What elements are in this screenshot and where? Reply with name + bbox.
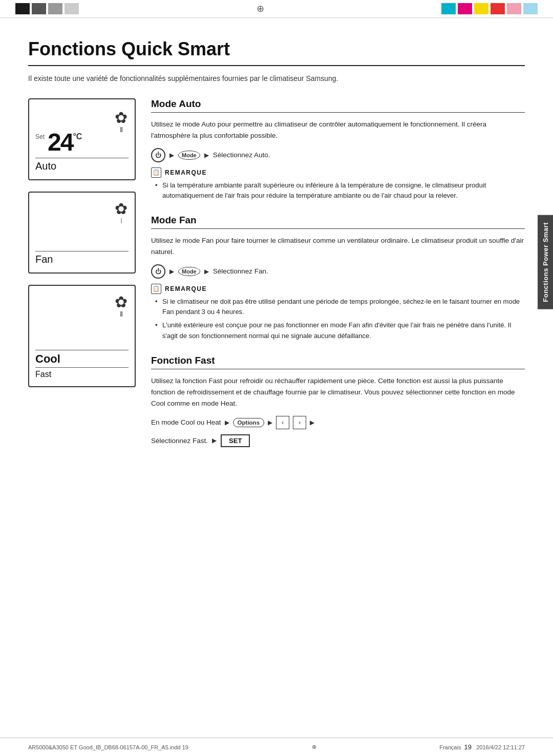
title-divider — [28, 65, 525, 66]
fan-note-icon: 📋 — [151, 284, 161, 294]
fast-chevron-left-btn[interactable]: ‹ — [276, 416, 289, 429]
fan-note-header: 📋 REMARQUE — [151, 284, 525, 294]
section-fast-title: Fonction Fast — [151, 355, 525, 369]
fast-label: Fast — [35, 367, 129, 379]
fast-chevron-right-btn[interactable]: › — [293, 416, 306, 429]
swatch-red — [491, 3, 505, 14]
auto-select-text: Sélectionnez Auto. — [213, 151, 270, 159]
fan-note-box: 📋 REMARQUE Si le climatiseur ne doit pas… — [151, 284, 525, 342]
auto-note-title: REMARQUE — [165, 169, 207, 176]
section-auto-text: Utilisez le mode Auto pour permettre au … — [151, 119, 525, 142]
auto-fan-icon: ✿ — [115, 109, 127, 127]
fast-arrow4: ▶ — [212, 437, 217, 444]
fan-arrow1: ▶ — [169, 268, 174, 275]
auto-note-icon: 📋 — [151, 167, 161, 178]
swatch-black — [15, 3, 30, 14]
fast-options-btn[interactable]: Options — [233, 418, 264, 427]
auto-instruction-row: ⏻ ▶ Mode ▶ Sélectionnez Auto. — [151, 148, 525, 162]
auto-mode-label: Auto — [35, 158, 129, 172]
page-subtitle: Il existe toute une variété de fonctionn… — [28, 73, 525, 84]
auto-bars-icon: ||| — [120, 127, 122, 132]
swatch-lightgray — [65, 3, 79, 14]
fast-select-row: Sélectionnez Fast. ▶ SET — [151, 434, 525, 447]
swatch-ltblue — [523, 3, 538, 14]
fan-select-text: Sélectionnez Fan. — [213, 267, 268, 275]
auto-arrow1: ▶ — [169, 152, 174, 159]
right-column: Mode Auto Utilisez le mode Auto pour per… — [151, 98, 525, 460]
fan-mode-label: Fan — [35, 251, 129, 265]
fan-note-list: Si le climatiseur ne doit pas être utili… — [151, 297, 525, 342]
auto-power-btn[interactable]: ⏻ — [151, 148, 165, 162]
cool-bars-icon: ||| — [120, 311, 122, 317]
swatch-cyan — [441, 3, 456, 14]
cool-fan-icon-group: ✿ ||| — [115, 293, 127, 317]
device-fan: ✿ | Fan — [28, 192, 136, 274]
cool-fast-labels: Cool Fast — [35, 348, 129, 379]
footer-right-section: Français 19 2016/4/22 12:11:27 — [439, 743, 525, 751]
auto-note-box: 📋 REMARQUE Si la température ambiante pa… — [151, 167, 525, 202]
device-auto-display: Set 24 °C — [35, 130, 129, 155]
top-bar: ⊕ — [0, 0, 553, 18]
left-column: Set 24 °C ✿ ||| Auto ✿ | — [28, 98, 136, 460]
fan-note-title: REMARQUE — [165, 285, 207, 292]
section-fan-title: Mode Fan — [151, 215, 525, 229]
fan-bars-icon: | — [121, 218, 122, 223]
auto-note-header: 📋 REMARQUE — [151, 167, 525, 178]
cool-label: Cool — [35, 352, 60, 365]
swatch-gray — [48, 3, 62, 14]
footer-page-number: 19 — [464, 743, 472, 751]
swatch-darkgray — [32, 3, 46, 14]
fan-note-item-2: L'unité extérieure est conçue pour ne pa… — [155, 320, 525, 342]
footer-timestamp: 2016/4/22 12:11:27 — [476, 744, 525, 750]
fan-instruction-row: ⏻ ▶ Mode ▶ Sélectionnez Fan. — [151, 264, 525, 279]
auto-fan-icon-group: ✿ ||| — [115, 109, 127, 132]
auto-set-label: Set — [35, 133, 45, 140]
fast-set-btn[interactable]: SET — [221, 434, 250, 447]
auto-mode-btn[interactable]: Mode — [178, 151, 200, 160]
top-crosshair: ⊕ — [257, 3, 264, 14]
footer-page-label: Français — [439, 744, 461, 750]
fan-arrow2: ▶ — [204, 268, 209, 275]
page-footer: AR5000&A3050 ET Good_IB_DB68-06157A-00_F… — [0, 738, 553, 756]
auto-temp-display: 24 °C — [48, 130, 82, 155]
fast-options-row: En mode Cool ou Heat ▶ Options ▶ ‹ › ▶ — [151, 416, 525, 429]
fast-cool-heat-label: En mode Cool ou Heat — [151, 418, 221, 426]
fast-arrow2: ▶ — [268, 419, 272, 426]
auto-temp-unit: °C — [73, 132, 82, 141]
device-auto: Set 24 °C ✿ ||| Auto — [28, 98, 136, 180]
page-title: Fonctions Quick Smart — [28, 38, 525, 60]
auto-temp-number: 24 — [48, 130, 73, 155]
main-columns: Set 24 °C ✿ ||| Auto ✿ | — [28, 98, 525, 460]
auto-note-item-1: Si la température ambiante paraît supéri… — [155, 180, 525, 202]
swatch-pink — [507, 3, 521, 14]
fast-select-label: Sélectionnez Fast. — [151, 437, 208, 445]
auto-note-list: Si la température ambiante paraît supéri… — [151, 180, 525, 202]
cool-label-wrapper: Cool — [35, 350, 129, 366]
section-fan-text: Utilisez le mode Fan pour faire tourner … — [151, 235, 525, 258]
fan-mode-btn[interactable]: Mode — [178, 267, 200, 276]
footer-left-text: AR5000&A3050 ET Good_IB_DB68-06157A-00_F… — [28, 744, 188, 750]
color-swatches-right — [441, 3, 538, 14]
fan-note-item-1: Si le climatiseur ne doit pas être utili… — [155, 297, 525, 318]
section-mode-fan: Mode Fan Utilisez le mode Fan pour faire… — [151, 215, 525, 342]
section-fonction-fast: Fonction Fast Utilisez la fonction Fast … — [151, 355, 525, 447]
device-cool-fast: ✿ ||| Cool Fast — [28, 285, 136, 387]
page-content: Fonctions Quick Smart Il existe toute un… — [0, 18, 553, 491]
footer-crosshair: ⊕ — [312, 744, 316, 750]
fast-arrow3: ▶ — [310, 419, 314, 426]
swatch-yellow — [474, 3, 488, 14]
fast-arrow1: ▶ — [225, 419, 229, 426]
fan-power-btn[interactable]: ⏻ — [151, 264, 165, 279]
auto-arrow2: ▶ — [204, 152, 209, 159]
color-swatches-left — [15, 3, 79, 14]
cool-fan-icon: ✿ — [115, 293, 127, 311]
fan-fan-icon-group: ✿ | — [115, 200, 127, 223]
fan-fan-icon: ✿ — [115, 200, 127, 218]
section-fast-text: Utilisez la fonction Fast pour refroidir… — [151, 375, 525, 410]
section-mode-auto: Mode Auto Utilisez le mode Auto pour per… — [151, 98, 525, 201]
swatch-magenta — [458, 3, 472, 14]
section-auto-title: Mode Auto — [151, 98, 525, 113]
